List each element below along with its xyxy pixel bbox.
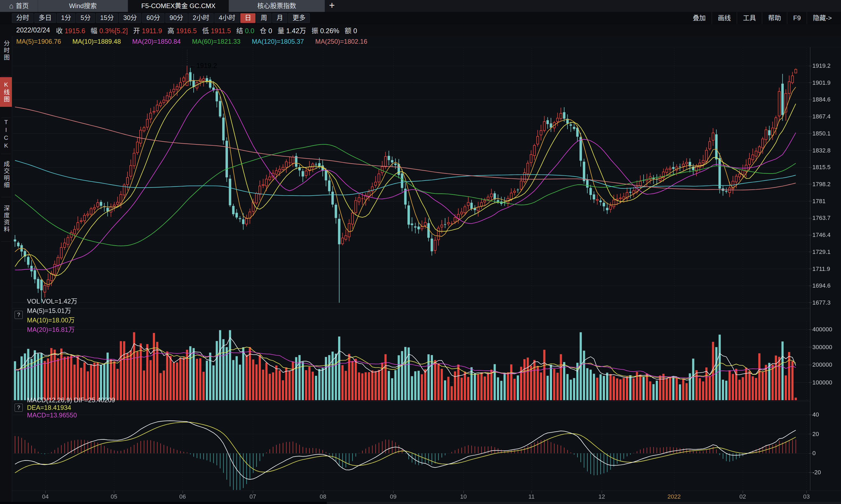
- tab-1[interactable]: ⌂首页: [0, 0, 38, 12]
- sidebar-separator: [1, 241, 11, 241]
- field-label: 开: [133, 27, 140, 35]
- sidebar-item-深度资料[interactable]: 深度资料: [0, 200, 12, 238]
- price-axis-label: 1832.8: [812, 147, 840, 154]
- tab-strip: ⌂首页Wind搜索F5-COMEX黄金 GC.CMX核心股票指数: [0, 0, 325, 12]
- field-label: 幅: [91, 27, 98, 35]
- toolbar-button-帮助[interactable]: 帮助: [762, 12, 787, 24]
- period-button-60分[interactable]: 60分: [142, 13, 165, 23]
- period-button-1分[interactable]: 1分: [57, 13, 75, 23]
- field-label: 高: [168, 27, 174, 35]
- month-label-02: 02: [739, 493, 746, 501]
- quote-info-bar: 2022/02/24 收1915.6幅0.3%[5.2]开1911.9高1916…: [0, 24, 841, 36]
- period-button-日[interactable]: 日: [240, 13, 256, 23]
- month-label-07: 07: [250, 493, 256, 501]
- help-icon[interactable]: ?: [15, 403, 23, 412]
- tab-3[interactable]: F5-COMEX黄金 GC.CMX: [128, 0, 229, 12]
- price-axis-label: 1850.1: [812, 130, 840, 137]
- toolbar-button-画线[interactable]: 画线: [711, 12, 737, 24]
- field-value: 1916.5: [176, 27, 196, 35]
- ma-legend-item: MA(60)=1821.33: [192, 38, 240, 45]
- sidebar-item-TICK[interactable]: TICK: [0, 120, 12, 148]
- tab-label: Wind搜索: [69, 0, 97, 12]
- toolbar-button-叠加[interactable]: 叠加: [687, 12, 711, 24]
- macd-panel-header: ? MACD(12,26,9) DIF=25.40209DEA=18.41934…: [12, 401, 810, 414]
- period-button-更多[interactable]: 更多: [288, 13, 310, 23]
- period-button-30分[interactable]: 30分: [119, 13, 141, 23]
- tab-bar: ⌂首页Wind搜索F5-COMEX黄金 GC.CMX核心股票指数 +: [0, 0, 841, 12]
- sidebar-separator: [1, 197, 11, 197]
- period-button-分时[interactable]: 分时: [12, 13, 34, 23]
- month-label-08: 08: [320, 493, 326, 501]
- field-value: 1911.9: [142, 27, 162, 35]
- macd-axis-label: -20: [812, 469, 840, 476]
- sidebar-item-K线图[interactable]: K线图: [0, 77, 12, 107]
- period-button-90分[interactable]: 90分: [165, 13, 188, 23]
- macd-legend-item: DEA=18.41934: [27, 404, 115, 412]
- help-icon[interactable]: ?: [15, 311, 23, 319]
- quote-fields: 收1915.6幅0.3%[5.2]开1911.9高1916.5低1911.5结0…: [56, 25, 362, 35]
- field-value: 0.26%: [320, 27, 339, 35]
- price-axis-label: 1798.2: [812, 181, 840, 188]
- toolbar-button-F9[interactable]: F9: [787, 12, 807, 24]
- month-label-09: 09: [390, 493, 396, 501]
- vol-legend-item: VOL VOL=1.42万: [27, 296, 78, 305]
- sidebar-item-分时图[interactable]: 分时图: [0, 37, 12, 64]
- tab-label: 核心股票指数: [257, 0, 296, 12]
- price-axis-label: 1815.5: [812, 164, 840, 171]
- price-axis-label: 1884.6: [812, 96, 840, 103]
- scrollbar-thumb[interactable]: [0, 502, 327, 504]
- period-button-5分[interactable]: 5分: [76, 13, 95, 23]
- tab-2[interactable]: Wind搜索: [38, 0, 128, 12]
- ma-legend-item: MA(5)=1906.76: [16, 38, 61, 45]
- app-window: ⌂首页Wind搜索F5-COMEX黄金 GC.CMX核心股票指数 + 分时多日1…: [0, 0, 841, 504]
- macd-legend-item: MACD=13.96550: [27, 412, 115, 419]
- month-label-2022: 2022: [668, 493, 681, 501]
- vol-legend-item: MA(5)=15.01万: [27, 305, 78, 315]
- period-button-多日[interactable]: 多日: [34, 13, 56, 23]
- month-label-05: 05: [111, 493, 117, 501]
- field-value: 1911.5: [211, 27, 231, 35]
- field-value: 1.42万: [286, 27, 306, 35]
- quote-date: 2022/02/24: [16, 26, 50, 34]
- volume-legend: VOL VOL=1.42万MA(5)=15.01万MA(10)=18.00万MA…: [27, 296, 87, 334]
- field-label: 量: [278, 27, 285, 35]
- macd-legend-item: MACD(12,26,9) DIF=25.40209: [27, 396, 115, 404]
- vol-legend-item: MA(20)=16.81万: [27, 324, 78, 334]
- macd-axis-label: 40: [812, 411, 840, 418]
- field-label: 仓: [260, 27, 267, 35]
- period-button-15分[interactable]: 15分: [96, 13, 118, 23]
- price-axis-label: 1901.9: [812, 79, 840, 86]
- period-button-月[interactable]: 月: [272, 13, 287, 23]
- period-button-4小时[interactable]: 4小时: [214, 13, 240, 23]
- period-button-2小时[interactable]: 2小时: [189, 13, 213, 23]
- price-axis-label: 1919.2: [812, 62, 840, 69]
- macd-axis-label: 0: [812, 450, 840, 457]
- toolbar-button-隐藏->[interactable]: 隐藏->: [807, 12, 838, 24]
- price-axis-label: 1781: [812, 198, 840, 205]
- sidebar-item-成交明细[interactable]: 成交明细: [0, 156, 12, 194]
- field-value: 0: [269, 27, 272, 35]
- sidebar-separator: [1, 154, 11, 154]
- new-tab-button[interactable]: +: [325, 0, 339, 12]
- tab-4[interactable]: 核心股票指数: [229, 0, 325, 12]
- ma-legend-item: MA(120)=1805.37: [252, 38, 304, 45]
- period-button-周[interactable]: 周: [256, 13, 271, 23]
- ma-legend-item: MA(10)=1889.48: [72, 38, 121, 45]
- volume-axis-label: 200000: [812, 361, 840, 368]
- ma-legend-item: MA(250)=1802.16: [315, 38, 367, 45]
- horizontal-scrollbar[interactable]: [0, 502, 841, 504]
- period-toolbar: 分时多日1分5分15分30分60分90分2小时4小时日周月更多 叠加画线工具帮助…: [0, 12, 841, 24]
- toolbar-button-工具[interactable]: 工具: [737, 12, 762, 24]
- ma-legend-item: MA(20)=1850.84: [132, 38, 181, 45]
- month-label-12: 12: [599, 493, 605, 501]
- kline-chart-canvas[interactable]: [0, 0, 841, 504]
- xaxis-separator: [0, 490, 841, 491]
- month-label-06: 06: [179, 493, 186, 501]
- field-value: 0.0: [245, 27, 254, 35]
- tab-label: 首页: [16, 0, 29, 12]
- field-label: 振: [311, 27, 318, 35]
- price-axis-label: 1867.4: [812, 113, 840, 120]
- field-label: 收: [56, 27, 63, 35]
- price-axis-divider: [810, 24, 810, 490]
- month-label-03: 03: [803, 493, 810, 501]
